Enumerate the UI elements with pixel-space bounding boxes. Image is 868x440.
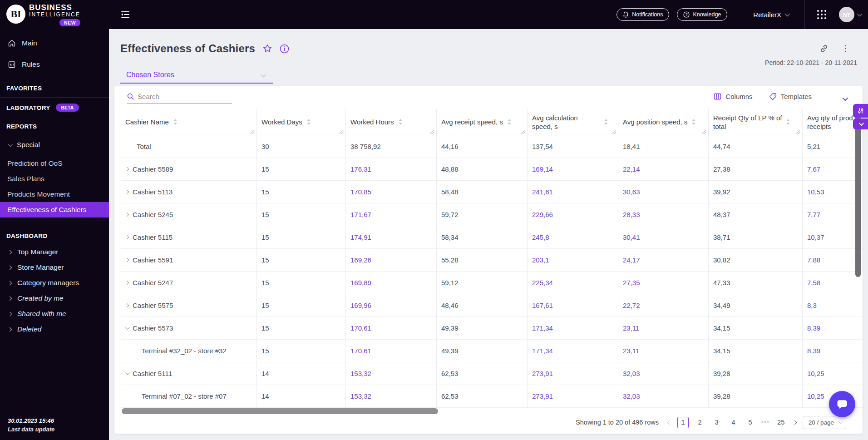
- cell-value-link[interactable]: 229,66: [532, 211, 553, 218]
- cell-value-link[interactable]: 169,89: [350, 279, 371, 287]
- page-number-button[interactable]: 5: [745, 417, 756, 428]
- info-icon[interactable]: [280, 44, 289, 54]
- previous-page-button[interactable]: [668, 421, 671, 424]
- collapse-panel-button[interactable]: [853, 119, 868, 129]
- sidebar-item-dashboard[interactable]: Category managers: [0, 275, 109, 291]
- collapse-row-icon[interactable]: [125, 371, 130, 375]
- expand-row-icon[interactable]: [125, 303, 129, 308]
- next-page-button[interactable]: [793, 421, 796, 424]
- cell-value-link[interactable]: 32,03: [623, 370, 640, 377]
- expand-row-icon[interactable]: [125, 167, 129, 172]
- templates-button[interactable]: Templates: [769, 93, 812, 100]
- more-options-icon[interactable]: ⋮: [841, 44, 850, 53]
- cell-value-link[interactable]: 241,61: [532, 188, 553, 196]
- notifications-button[interactable]: Notifications: [616, 8, 669, 21]
- column-header[interactable]: Avg calculation speed, s: [528, 109, 618, 135]
- cell-value-link[interactable]: 8,39: [807, 324, 820, 332]
- collapse-sidebar-button[interactable]: [119, 9, 131, 20]
- cell-value-link[interactable]: 7,77: [807, 211, 820, 218]
- cell-value-link[interactable]: 23,11: [623, 347, 639, 355]
- cell-value-link[interactable]: 22,72: [623, 302, 640, 309]
- cell-value-link[interactable]: 7,88: [807, 256, 820, 264]
- sort-icon[interactable]: [508, 119, 511, 125]
- expand-row-icon[interactable]: [125, 235, 129, 240]
- favorite-star-icon[interactable]: [262, 44, 272, 54]
- sort-icon[interactable]: [604, 119, 608, 125]
- column-header[interactable]: Avg receipt speed, s: [437, 109, 528, 135]
- expand-row-icon[interactable]: [125, 281, 129, 285]
- knowledge-button[interactable]: ? Knowledge: [677, 8, 727, 21]
- cell-value-link[interactable]: 174,91: [350, 233, 371, 241]
- column-resize-handle[interactable]: [796, 129, 801, 133]
- horizontal-scrollbar[interactable]: [122, 408, 438, 414]
- column-header[interactable]: Worked Hours: [346, 109, 437, 135]
- cell-value-link[interactable]: 23,11: [623, 324, 639, 332]
- cell-value-link[interactable]: 30,41: [623, 233, 640, 241]
- sidebar-item-dashboard[interactable]: Store Manager: [0, 260, 109, 275]
- column-resize-handle[interactable]: [430, 129, 435, 133]
- cell-value-link[interactable]: 169,14: [532, 165, 553, 173]
- chosen-stores-select[interactable]: Chosen Stores: [120, 69, 273, 84]
- apps-grid-icon[interactable]: [817, 10, 826, 19]
- cell-value-link[interactable]: 203,1: [532, 256, 549, 264]
- cell-value-link[interactable]: 273,91: [532, 370, 553, 377]
- sidebar-item-report[interactable]: Effectiveness of Cashiers: [0, 202, 109, 218]
- cell-value-link[interactable]: 10,53: [807, 188, 824, 196]
- tenant-menu[interactable]: RetailerX: [747, 11, 795, 19]
- filters-panel-button[interactable]: [853, 104, 868, 118]
- column-header[interactable]: Cashier Name: [121, 109, 257, 135]
- sidebar-item-report[interactable]: Products Movement: [0, 187, 109, 202]
- column-resize-handle[interactable]: [702, 129, 707, 133]
- sort-icon[interactable]: [173, 119, 177, 125]
- columns-button[interactable]: Columns: [714, 93, 752, 100]
- page-number-button[interactable]: 1: [677, 417, 689, 428]
- column-resize-handle[interactable]: [250, 129, 255, 133]
- cell-value-link[interactable]: 10,25: [807, 392, 824, 400]
- vertical-scrollbar[interactable]: [855, 111, 861, 277]
- cell-value-link[interactable]: 8,39: [807, 347, 820, 355]
- page-number-button[interactable]: 25: [775, 417, 787, 428]
- laboratory-section[interactable]: LABORATORY BETA: [0, 104, 109, 112]
- sort-icon[interactable]: [399, 119, 402, 125]
- sort-icon[interactable]: [307, 119, 311, 125]
- column-header[interactable]: Avg position speed, s: [618, 109, 709, 135]
- search-input[interactable]: [138, 93, 224, 100]
- sidebar-item-dashboard[interactable]: Shared with me: [0, 306, 109, 321]
- cell-value-link[interactable]: 28,33: [623, 211, 640, 218]
- cell-value-link[interactable]: 7,58: [807, 279, 820, 287]
- page-number-button[interactable]: 2: [694, 417, 705, 428]
- cell-value-link[interactable]: 171,34: [532, 324, 553, 332]
- page-number-button[interactable]: 4: [728, 417, 739, 428]
- cell-value-link[interactable]: 8,3: [807, 302, 817, 309]
- sidebar-item-rules[interactable]: Rules: [0, 57, 109, 72]
- cell-value-link[interactable]: 30,63: [623, 188, 640, 196]
- sort-icon[interactable]: [786, 119, 790, 125]
- sidebar-item-dashboard[interactable]: Deleted: [0, 321, 109, 337]
- cell-value-link[interactable]: 273,91: [532, 392, 553, 400]
- reports-group-special[interactable]: Special: [0, 141, 109, 149]
- sidebar-item-dashboard[interactable]: Top Manager: [0, 244, 109, 260]
- cell-value-link[interactable]: 22,14: [623, 165, 640, 173]
- sidebar-item-report[interactable]: Sales Plans: [0, 171, 109, 187]
- user-menu-chevron-icon[interactable]: [857, 11, 862, 16]
- cell-value-link[interactable]: 32,03: [623, 392, 640, 400]
- cell-value-link[interactable]: 176,31: [350, 165, 371, 173]
- expand-row-icon[interactable]: [125, 258, 129, 262]
- cell-value-link[interactable]: 27,35: [623, 279, 640, 287]
- expand-row-icon[interactable]: [125, 213, 129, 217]
- cell-value-link[interactable]: 10,37: [807, 233, 824, 241]
- cell-value-link[interactable]: 169,26: [350, 256, 371, 264]
- cell-value-link[interactable]: 170,61: [350, 347, 371, 355]
- share-link-icon[interactable]: [819, 44, 829, 53]
- collapse-toolbar-chevron[interactable]: [843, 94, 847, 99]
- column-resize-handle[interactable]: [521, 129, 526, 133]
- cell-value-link[interactable]: 171,67: [350, 211, 371, 218]
- column-resize-handle[interactable]: [612, 129, 616, 133]
- sidebar-item-report[interactable]: Prediction of OoS: [0, 156, 109, 171]
- expand-row-icon[interactable]: [125, 190, 129, 194]
- sort-icon[interactable]: [692, 119, 695, 125]
- page-size-select[interactable]: 20 / page: [803, 416, 846, 429]
- cell-value-link[interactable]: 170,85: [350, 188, 371, 196]
- cell-value-link[interactable]: 153,32: [350, 370, 371, 377]
- sidebar-item-main[interactable]: Main: [0, 35, 109, 51]
